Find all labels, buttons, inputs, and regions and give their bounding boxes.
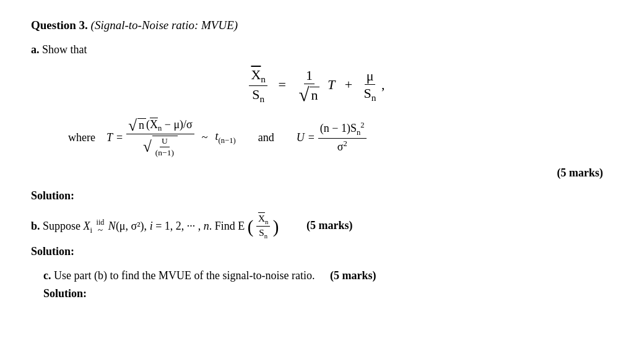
part-c-content: c. Use part (b) to find the MVUE of the … [43,269,603,282]
part-a-header: a. Show that [31,43,603,56]
T-den: √ U (n−1) [141,134,180,158]
question-subtitle: (Signal-to-Noise ratio: MVUE) [91,19,238,32]
sigma-sq: 2 [343,139,347,148]
sqrt-symbol-3: √ [143,139,152,154]
sqrt-symbol-2: √ [128,118,137,133]
rhs1-num: 1 [304,68,315,84]
rhs2-den-sub: n [371,93,376,103]
part-a: a. Show that Xn Sn = 1 √ n T + μ Sn [31,43,603,202]
part-a-marks: (5 marks) [31,167,603,180]
where-text: where [68,131,95,144]
main-equation: Xn Sn = 1 √ n T + μ Sn , [31,67,603,105]
lhs-num-sub: n [261,74,266,84]
Xi-sub: i [90,225,93,234]
part-a-label: a. [31,43,40,56]
rhs1-fraction: 1 √ n [297,68,321,105]
solution-a: Solution: [31,189,603,202]
xbar-2: X [150,118,158,130]
U-over-n-1: U (n−1) [154,137,176,158]
iid-sim-symbol: iid ~ [97,219,105,235]
solution-b: Solution: [31,245,603,258]
part-b-content: b. Suppose Xi iid ~ N(μ, σ²), i = 1, 2, … [31,214,603,241]
U-frac-den: σ2 [336,139,349,154]
U-frac-num: (n − 1)Sn2 [318,121,367,138]
T-den-sqrt: √ U (n−1) [143,136,178,158]
E-frac: Xn Sn [256,214,270,241]
T-definition: T = √ n (Xn − μ)/σ √ U (n−1) [106,118,236,158]
sqrt-n-content-2: n [137,118,146,132]
left-paren: ( [248,217,254,236]
rhs2-num: μ [365,69,376,85]
U-den-small: (n−1) [154,147,176,158]
and-text: and [258,131,274,144]
U-definition: U = (n − 1)Sn2 σ2 [297,121,367,153]
T-den-fraction: U (n−1) [152,136,178,158]
part-b-label: b. [31,219,40,232]
part-c: c. Use part (b) to find the MVUE of the … [31,269,603,300]
t-sub: (n−1) [219,136,236,144]
marks-label-a: (5 marks) [557,167,604,179]
part-a-text: Show that [42,43,87,56]
rhs1-den: √ n [297,84,321,105]
lhs-den-sub: n [260,94,265,105]
sim-symbol: ~ [202,131,208,144]
E-frac-den: Sn [257,227,269,240]
lhs-denominator: Sn [250,86,266,105]
lhs-numerator: Xn [249,67,267,86]
lhs-fraction: Xn Sn [249,67,267,105]
part-c-marks: (5 marks) [330,269,376,282]
E-n-sub: n [265,218,268,225]
rhs2-fraction: μ Sn [362,69,378,104]
T-num: √ n (Xn − μ)/σ [126,118,194,134]
question-number: Question 3. [31,19,88,32]
part-b: b. Suppose Xi iid ~ N(μ, σ²), i = 1, 2, … [31,214,603,259]
part-b-marks: (5 marks) [306,219,353,232]
T-sqrt: √ n [128,118,146,133]
trailing-comma: , [381,77,385,92]
T-var: T [328,77,335,92]
xbar-3: X [258,213,265,223]
sqrt-n-content: n [310,87,319,103]
plus-sign: + [345,77,352,92]
equals-sign: = [279,77,286,92]
xbar: X [251,67,261,82]
U-frac: (n − 1)Sn2 σ2 [318,121,367,153]
question-title: Question 3. (Signal-to-Noise ratio: MVUE… [31,19,603,32]
E-frac-num: Xn [256,214,270,227]
t-dist: t(n−1) [215,130,236,145]
T-frac: √ n (Xn − μ)/σ √ U (n−1) [126,118,194,158]
sqrt-symbol: √ [298,85,309,105]
sqrt-n: √ n [298,85,319,105]
rhs2-den: Sn [362,85,378,103]
T-sub-n: n [158,124,162,132]
U-num-small: U [160,137,170,147]
E-Sn-sub: n [264,232,267,240]
part-c-label: c. [43,269,51,282]
right-paren: ) [273,217,279,236]
where-line: where T = √ n (Xn − μ)/σ √ U [68,118,603,158]
solution-c: Solution: [43,287,603,300]
U-Sn-sup: 2 [360,121,364,129]
iid-bottom: ~ [98,226,103,235]
